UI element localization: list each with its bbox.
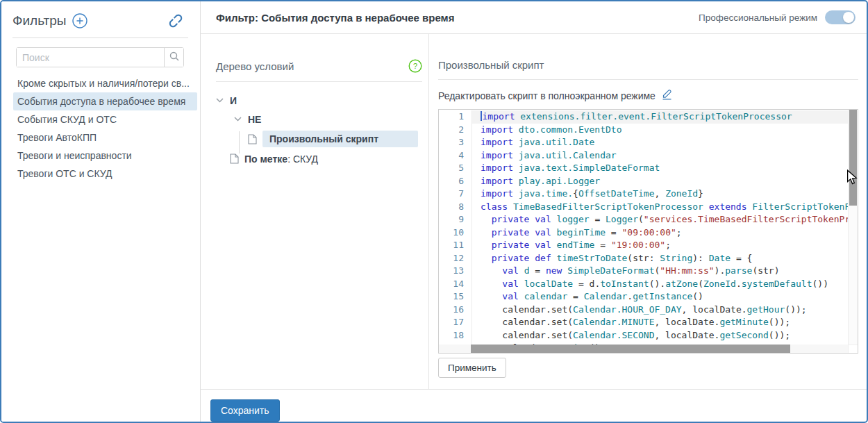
- svg-text:?: ?: [413, 62, 417, 70]
- condition-tree: И НЕ Произвольный скрипт: [216, 91, 422, 168]
- filter-editor-window: Фильтры Кроме скрытых и наличия/потери с…: [0, 0, 868, 423]
- horizontal-scrollbar-thumb[interactable]: [471, 345, 790, 353]
- sidebar-item[interactable]: Тревоги и неисправности: [13, 147, 197, 165]
- line-number: 1: [439, 110, 472, 124]
- sidebar-item[interactable]: События доступа в нерабочее время: [13, 92, 197, 110]
- search-icon: [169, 51, 180, 64]
- line-number: 15: [439, 290, 472, 304]
- horizontal-scrollbar[interactable]: [439, 345, 848, 353]
- link-icon[interactable]: [163, 8, 189, 34]
- code-line: 16 calendar.set(Calendar.HOUR_OF_DAY, lo…: [439, 304, 848, 317]
- code-line: 4import java.util.Calendar: [439, 149, 848, 163]
- line-number: 12: [439, 252, 472, 265]
- code-line: 2import dto.common.EventDto: [439, 124, 848, 137]
- line-number: 7: [439, 188, 472, 201]
- tree-leaf-tag[interactable]: По метке: СКУД: [230, 149, 422, 168]
- condition-tree-panel: Дерево условий ? И: [201, 34, 429, 389]
- code-line: 7import java.time.{OffsetDateTime, ZoneI…: [439, 188, 848, 201]
- line-number: 10: [439, 226, 472, 240]
- search-input[interactable]: [17, 48, 164, 67]
- add-filter-icon[interactable]: [72, 13, 87, 28]
- search-button[interactable]: [164, 48, 183, 67]
- code-line: 14 val localDate = d.toInstant().atZone(…: [439, 278, 848, 291]
- main-panel: Фильтр: События доступа в нерабочее врем…: [201, 1, 867, 422]
- content-area: Дерево условий ? И: [201, 34, 867, 389]
- code-viewport: 1import extensions.filter.event.FilterSc…: [439, 110, 848, 345]
- code-line: 13 val d = new SimpleDateFormat("HH:mm:s…: [439, 265, 848, 278]
- sidebar-divider: [12, 38, 188, 38]
- code-line: 10 private val beginTime = "09:00:00";: [439, 226, 848, 240]
- code-line: 8class TimeBasedFilterScriptTokenProcess…: [439, 201, 848, 214]
- line-number: 13: [439, 265, 472, 278]
- footer: Сохранить: [201, 390, 867, 422]
- code-line: 5import java.text.SimpleDateFormat: [439, 162, 848, 175]
- toggle-knob: [843, 12, 854, 23]
- help-icon[interactable]: ?: [408, 59, 422, 73]
- tree-connector-line: [239, 131, 240, 154]
- search-box: [16, 47, 184, 67]
- page-title: Фильтр: События доступа в нерабочее врем…: [216, 12, 454, 24]
- line-number: 9: [439, 213, 472, 226]
- line-number: 4: [439, 149, 472, 163]
- vertical-scrollbar[interactable]: [848, 110, 858, 345]
- tree-node-not[interactable]: НЕ: [234, 110, 422, 128]
- line-number: 6: [439, 175, 472, 188]
- tree-leaf-script[interactable]: Произвольный скрипт: [248, 128, 422, 149]
- main-header: Фильтр: События доступа в нерабочее врем…: [201, 1, 867, 34]
- line-number: 5: [439, 162, 472, 175]
- script-code-editor[interactable]: 1import extensions.filter.event.FilterSc…: [438, 109, 858, 354]
- sidebar-header: Фильтры: [1, 1, 200, 38]
- script-panel: Произвольный скрипт Редактировать скрипт…: [429, 34, 867, 389]
- sidebar-item[interactable]: События СКУД и ОТС: [13, 110, 197, 128]
- pro-mode-label: Профессиональный режим: [699, 13, 817, 23]
- code-line: 18 calendar.set(Calendar.SECOND, localDa…: [439, 329, 848, 342]
- text-caret: [481, 111, 482, 121]
- pro-mode-control: Профессиональный режим: [699, 10, 856, 24]
- script-panel-title: Произвольный скрипт: [438, 59, 544, 71]
- code-line: 15 val calendar = Calendar.getInstance(): [439, 290, 848, 304]
- code-line: 11 private val endTime = "19:00:00";: [439, 239, 848, 252]
- code-line: 12 private def timeStrToDate(str: String…: [439, 252, 848, 265]
- line-number: 17: [439, 316, 472, 329]
- sidebar-item[interactable]: Кроме скрытых и наличия/потери св...: [13, 74, 197, 92]
- code-line: 9 private val logger = Logger("services.…: [439, 213, 848, 226]
- apply-button[interactable]: Применить: [438, 358, 506, 378]
- sidebar-title: Фильтры: [12, 13, 66, 28]
- filter-list: Кроме скрытых и наличия/потери св...Собы…: [1, 74, 200, 183]
- scrollbar-corner: [848, 345, 858, 353]
- tree-panel-title: Дерево условий: [216, 60, 294, 72]
- tree-leaf-script-label: Произвольный скрипт: [262, 131, 418, 147]
- code-line: 1import extensions.filter.event.FilterSc…: [439, 110, 848, 124]
- tree-panel-divider: [216, 81, 422, 82]
- file-icon: [230, 154, 239, 164]
- sidebar-item[interactable]: Тревоги ОТС и СКУД: [13, 165, 197, 183]
- code-line: 6import play.api.Logger: [439, 175, 848, 188]
- code-lines: 1import extensions.filter.event.FilterSc…: [439, 110, 848, 345]
- pro-mode-toggle[interactable]: [825, 10, 856, 24]
- code-line: 3import java.util.Date: [439, 136, 848, 149]
- line-number: 2: [439, 124, 472, 137]
- script-panel-divider: [438, 79, 858, 80]
- chevron-down-icon[interactable]: [234, 117, 242, 122]
- fullscreen-edit-link[interactable]: Редактировать скрипт в полноэкранном реж…: [438, 88, 673, 103]
- sidebar-item[interactable]: Тревоги АвтоКПП: [13, 128, 197, 147]
- tree-node-and[interactable]: И: [216, 91, 422, 110]
- line-number: 14: [439, 278, 472, 291]
- line-number: 11: [439, 239, 472, 252]
- filters-sidebar: Фильтры Кроме скрытых и наличия/потери с…: [1, 1, 201, 422]
- line-number: 3: [439, 136, 472, 149]
- save-button[interactable]: Сохранить: [210, 399, 280, 422]
- chevron-down-icon[interactable]: [216, 98, 224, 103]
- line-number: 16: [439, 304, 472, 317]
- code-line: 17 calendar.set(Calendar.MINUTE, localDa…: [439, 316, 848, 329]
- line-number: 18: [439, 329, 472, 342]
- file-icon: [248, 134, 257, 144]
- vertical-scrollbar-thumb[interactable]: [849, 110, 857, 206]
- line-number: 8: [439, 201, 472, 214]
- edit-pencil-icon: [661, 88, 673, 103]
